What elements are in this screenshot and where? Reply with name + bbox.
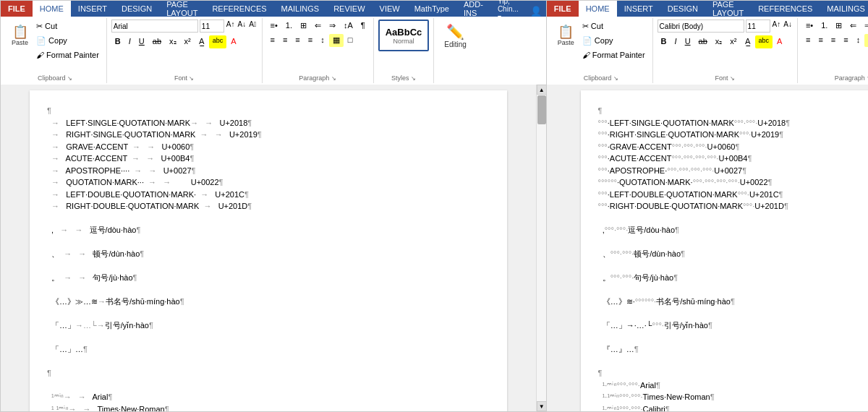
italic-btn[interactable]: I bbox=[125, 35, 135, 48]
left-addins-tab[interactable]: ADD-INS bbox=[456, 1, 490, 17]
font-color-btn[interactable]: A bbox=[227, 35, 239, 48]
copy-btn[interactable]: 📄 Copy bbox=[33, 34, 102, 47]
increase-indent-btn[interactable]: ⇒ bbox=[326, 20, 339, 33]
format-painter-btn[interactable]: 🖌 Format Painter bbox=[33, 48, 102, 61]
show-marks-btn[interactable]: ¶ bbox=[357, 20, 369, 33]
right-italic-btn[interactable]: I bbox=[671, 35, 681, 48]
right-paste-btn[interactable]: 📋 Paste bbox=[554, 20, 578, 51]
styles-btn[interactable]: AaBbCc Normal bbox=[378, 20, 430, 51]
bold-btn[interactable]: B bbox=[111, 35, 124, 48]
right-shading-btn[interactable]: ▦ bbox=[864, 34, 868, 47]
right-grow-font-btn[interactable]: A↑ bbox=[772, 20, 782, 33]
styles-sublabel: Normal bbox=[393, 38, 414, 45]
shading-btn[interactable]: ▦ bbox=[329, 34, 344, 47]
align-center-btn[interactable]: ≡ bbox=[279, 34, 291, 47]
font-format-btns: B I U ab x₂ x² A̲ abc A bbox=[111, 35, 240, 48]
right-strikethrough-btn[interactable]: ab bbox=[695, 35, 711, 48]
right-superscript-btn[interactable]: x² bbox=[726, 35, 740, 48]
right-numbering-btn[interactable]: 1. bbox=[817, 20, 831, 33]
right-subscript-btn[interactable]: x₂ bbox=[712, 35, 726, 48]
right-home-tab[interactable]: HOME bbox=[579, 1, 617, 17]
left-home-tab[interactable]: HOME bbox=[33, 1, 71, 17]
right-page-layout-tab[interactable]: PAGE LAYOUT bbox=[705, 1, 751, 17]
align-left-btn[interactable]: ≡ bbox=[267, 34, 278, 47]
font-family-input[interactable] bbox=[111, 20, 198, 33]
multilevel-btn[interactable]: ⊞ bbox=[297, 20, 310, 33]
paste-label: Paste bbox=[12, 39, 28, 46]
justify-btn[interactable]: ≡ bbox=[305, 34, 316, 47]
font-select-row: A↑ A↓ A⃝ bbox=[111, 20, 258, 33]
left-font-content: A↑ A↓ A⃝ B I U ab x₂ x² A̲ abc bbox=[111, 20, 258, 82]
left-scrollbar[interactable]: ▲ ▼ bbox=[536, 85, 546, 411]
right-underline-btn[interactable]: U bbox=[681, 35, 694, 48]
right-text-highlight-btn[interactable]: abc bbox=[755, 35, 773, 48]
grow-font-btn[interactable]: A↑ bbox=[226, 20, 236, 33]
sort-btn[interactable]: ↕A bbox=[340, 20, 357, 33]
clear-format-btn[interactable]: A⃝ bbox=[248, 20, 257, 33]
right-line-spacing-btn[interactable]: ↕ bbox=[853, 34, 864, 47]
editing-icon: ✏️ bbox=[446, 23, 464, 40]
right-align-center-btn[interactable]: ≡ bbox=[814, 34, 826, 47]
left-mailings-tab[interactable]: MAILINGS bbox=[274, 1, 327, 17]
left-user-icon[interactable]: 👤 bbox=[526, 6, 546, 17]
numbering-btn[interactable]: 1. bbox=[282, 20, 296, 33]
panes-container: FILE HOME INSERT DESIGN PAGE LAYOUT REFE… bbox=[0, 0, 868, 412]
line-spacing-btn[interactable]: ↕ bbox=[317, 34, 328, 47]
left-view-tab[interactable]: VIEW bbox=[373, 1, 407, 17]
left-clipboard-group: 📋 Paste ✂ Cut 📄 Copy 🖌 Format Painter Cl… bbox=[4, 18, 107, 83]
paragraph-btns-row1: ≡• 1. ⊞ ⇐ ⇒ ↕A ¶ bbox=[267, 20, 369, 33]
left-design-tab[interactable]: DESIGN bbox=[114, 1, 159, 17]
right-mailings-tab[interactable]: MAILINGS bbox=[820, 1, 868, 17]
left-file-tab[interactable]: FILE bbox=[1, 1, 33, 17]
left-paste-btn[interactable]: 📋 Paste bbox=[8, 20, 32, 51]
right-file-tab[interactable]: FILE bbox=[547, 1, 579, 17]
right-references-tab[interactable]: REFERENCES bbox=[751, 1, 820, 17]
left-page-layout-tab[interactable]: PAGE LAYOUT bbox=[159, 1, 205, 17]
left-review-tab[interactable]: REVIEW bbox=[326, 1, 372, 17]
right-design-tab[interactable]: DESIGN bbox=[660, 1, 705, 17]
underline-btn[interactable]: U bbox=[135, 35, 148, 48]
superscript-btn[interactable]: x² bbox=[181, 35, 195, 48]
right-copy-btn[interactable]: 📄 Copy bbox=[579, 34, 648, 47]
right-font-size-input[interactable] bbox=[746, 20, 770, 33]
right-align-right-btn[interactable]: ≡ bbox=[827, 34, 839, 47]
left-yip-tab[interactable]: Yip, Chin... ▾ bbox=[490, 1, 526, 17]
left-insert-tab[interactable]: INSERT bbox=[71, 1, 114, 17]
right-bullets-btn[interactable]: ≡• bbox=[802, 20, 817, 33]
decrease-indent-btn[interactable]: ⇐ bbox=[311, 20, 325, 33]
font-size-input[interactable] bbox=[200, 20, 224, 33]
right-cut-btn[interactable]: ✂ Cut bbox=[579, 20, 648, 33]
left-paragraph-content: ≡• 1. ⊞ ⇐ ⇒ ↕A ¶ ≡ ≡ ≡ ≡ bbox=[267, 20, 369, 82]
borders-btn[interactable]: □ bbox=[344, 34, 357, 47]
right-bold-btn[interactable]: B bbox=[658, 35, 671, 48]
left-scroll-thumb[interactable] bbox=[537, 95, 546, 124]
cut-btn[interactable]: ✂ Cut bbox=[33, 20, 102, 33]
text-highlight-btn[interactable]: abc bbox=[209, 35, 227, 48]
subscript-btn[interactable]: x₂ bbox=[166, 35, 180, 48]
strikethrough-btn[interactable]: ab bbox=[149, 35, 165, 48]
text-effect-btn[interactable]: A̲ bbox=[195, 35, 208, 48]
align-right-btn[interactable]: ≡ bbox=[292, 34, 303, 47]
left-doc-scroll[interactable]: ¶ → LEFT·SINGLE·QUOTATION·MARK→ → U+2018… bbox=[1, 85, 536, 411]
right-font-family-input[interactable] bbox=[658, 20, 744, 33]
right-pane: FILE HOME INSERT DESIGN PAGE LAYOUT REFE… bbox=[546, 0, 868, 412]
right-format-painter-btn[interactable]: 🖌 Format Painter bbox=[579, 48, 648, 61]
right-align-left-btn[interactable]: ≡ bbox=[802, 34, 814, 47]
right-shrink-font-btn[interactable]: A↓ bbox=[783, 20, 793, 33]
left-references-tab[interactable]: REFERENCES bbox=[205, 1, 273, 17]
r-line-7: °°°°°°·QUOTATION·MARK·°°°·°°°·°°°·°°°·U+… bbox=[598, 176, 867, 189]
left-scroll-down-btn[interactable]: ▼ bbox=[537, 401, 546, 411]
shrink-font-btn[interactable]: A↓ bbox=[237, 20, 247, 33]
left-scroll-up-btn[interactable]: ▲ bbox=[537, 85, 546, 95]
right-font-color-btn[interactable]: A bbox=[773, 35, 786, 48]
right-increase-indent-btn[interactable]: ⇒ bbox=[861, 20, 868, 33]
right-doc-scroll[interactable]: ¶ °°°·LEFT·SINGLE·QUOTATION·MARK°°°·°°°·… bbox=[547, 85, 868, 411]
right-decrease-indent-btn[interactable]: ⇐ bbox=[846, 20, 860, 33]
right-insert-tab[interactable]: INSERT bbox=[617, 1, 660, 17]
left-doc-page: ¶ → LEFT·SINGLE·QUOTATION·MARK→ → U+2018… bbox=[30, 90, 507, 411]
left-mathtype-tab[interactable]: MathType bbox=[407, 1, 456, 17]
right-justify-btn[interactable]: ≡ bbox=[840, 34, 851, 47]
bullets-btn[interactable]: ≡• bbox=[267, 20, 281, 33]
right-multilevel-btn[interactable]: ⊞ bbox=[832, 20, 846, 33]
right-text-effect-btn[interactable]: A̲ bbox=[741, 35, 754, 48]
